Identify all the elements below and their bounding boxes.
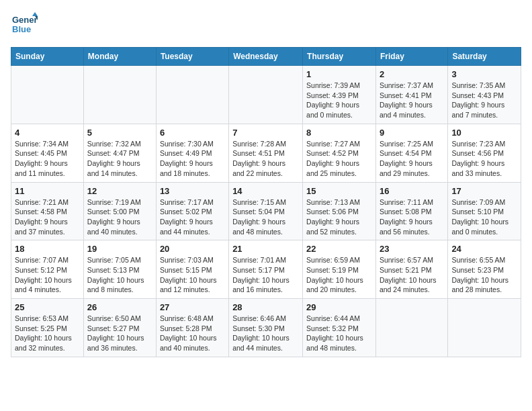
calendar-week-3: 11Sunrise: 7:21 AM Sunset: 4:58 PM Dayli… <box>11 182 521 240</box>
calendar-cell: 14Sunrise: 7:15 AM Sunset: 5:04 PM Dayli… <box>229 182 303 240</box>
day-number: 20 <box>160 244 225 254</box>
day-info: Sunrise: 6:46 AM Sunset: 5:30 PM Dayligh… <box>232 314 299 353</box>
day-info: Sunrise: 7:09 AM Sunset: 5:10 PM Dayligh… <box>451 197 517 237</box>
day-number: 16 <box>380 186 444 196</box>
day-number: 22 <box>306 244 372 254</box>
day-info: Sunrise: 7:28 AM Sunset: 4:51 PM Dayligh… <box>232 139 299 179</box>
day-number: 26 <box>87 302 152 312</box>
calendar-cell: 7Sunrise: 7:28 AM Sunset: 4:51 PM Daylig… <box>229 124 303 182</box>
day-number: 27 <box>160 302 225 312</box>
day-number: 21 <box>232 244 299 254</box>
day-number: 12 <box>87 186 152 196</box>
day-info: Sunrise: 7:25 AM Sunset: 4:54 PM Dayligh… <box>380 139 444 179</box>
calendar-table: SundayMondayTuesdayWednesdayThursdayFrid… <box>11 47 521 357</box>
calendar-cell <box>156 66 228 124</box>
calendar-cell: 21Sunrise: 7:01 AM Sunset: 5:17 PM Dayli… <box>229 240 303 299</box>
calendar-cell <box>375 299 447 357</box>
weekday-header-thursday: Thursday <box>303 48 376 66</box>
calendar-week-2: 4Sunrise: 7:34 AM Sunset: 4:45 PM Daylig… <box>11 124 521 182</box>
day-info: Sunrise: 7:30 AM Sunset: 4:49 PM Dayligh… <box>160 139 225 179</box>
calendar-cell: 6Sunrise: 7:30 AM Sunset: 4:49 PM Daylig… <box>156 124 228 182</box>
day-info: Sunrise: 6:57 AM Sunset: 5:21 PM Dayligh… <box>380 255 444 295</box>
weekday-header-monday: Monday <box>83 48 156 66</box>
day-info: Sunrise: 7:19 AM Sunset: 5:00 PM Dayligh… <box>87 197 152 237</box>
calendar-cell: 2Sunrise: 7:37 AM Sunset: 4:41 PM Daylig… <box>375 66 447 124</box>
calendar-cell: 10Sunrise: 7:23 AM Sunset: 4:56 PM Dayli… <box>448 124 521 182</box>
day-number: 14 <box>232 186 299 196</box>
day-info: Sunrise: 7:03 AM Sunset: 5:15 PM Dayligh… <box>160 255 225 295</box>
day-number: 2 <box>380 69 444 79</box>
calendar-week-1: 1Sunrise: 7:39 AM Sunset: 4:39 PM Daylig… <box>11 66 521 124</box>
calendar-cell: 24Sunrise: 6:55 AM Sunset: 5:23 PM Dayli… <box>448 240 521 299</box>
day-info: Sunrise: 6:55 AM Sunset: 5:23 PM Dayligh… <box>451 255 517 295</box>
day-number: 29 <box>306 302 372 312</box>
calendar-cell: 26Sunrise: 6:50 AM Sunset: 5:27 PM Dayli… <box>83 299 156 357</box>
day-info: Sunrise: 6:50 AM Sunset: 5:27 PM Dayligh… <box>87 314 152 353</box>
day-info: Sunrise: 7:23 AM Sunset: 4:56 PM Dayligh… <box>451 139 517 179</box>
calendar-cell: 19Sunrise: 7:05 AM Sunset: 5:13 PM Dayli… <box>83 240 156 299</box>
day-info: Sunrise: 7:21 AM Sunset: 4:58 PM Dayligh… <box>15 197 80 237</box>
calendar-cell: 12Sunrise: 7:19 AM Sunset: 5:00 PM Dayli… <box>83 182 156 240</box>
svg-text:General: General <box>12 15 38 25</box>
day-number: 25 <box>15 302 80 312</box>
day-info: Sunrise: 7:05 AM Sunset: 5:13 PM Dayligh… <box>87 255 152 295</box>
day-number: 11 <box>15 186 80 196</box>
calendar-week-5: 25Sunrise: 6:53 AM Sunset: 5:25 PM Dayli… <box>11 299 521 357</box>
svg-marker-2 <box>32 12 38 16</box>
calendar-cell: 29Sunrise: 6:44 AM Sunset: 5:32 PM Dayli… <box>303 299 376 357</box>
calendar-cell: 27Sunrise: 6:48 AM Sunset: 5:28 PM Dayli… <box>156 299 228 357</box>
calendar-cell: 18Sunrise: 7:07 AM Sunset: 5:12 PM Dayli… <box>11 240 84 299</box>
day-info: Sunrise: 7:17 AM Sunset: 5:02 PM Dayligh… <box>160 197 225 237</box>
calendar-cell <box>448 299 521 357</box>
day-number: 1 <box>306 69 372 79</box>
day-number: 10 <box>451 128 517 138</box>
calendar-week-4: 18Sunrise: 7:07 AM Sunset: 5:12 PM Dayli… <box>11 240 521 299</box>
day-info: Sunrise: 7:37 AM Sunset: 4:41 PM Dayligh… <box>380 81 444 120</box>
day-info: Sunrise: 7:27 AM Sunset: 4:52 PM Dayligh… <box>306 139 372 179</box>
day-info: Sunrise: 7:39 AM Sunset: 4:39 PM Dayligh… <box>306 81 372 120</box>
logo-icon: General Blue <box>11 11 38 38</box>
day-info: Sunrise: 7:15 AM Sunset: 5:04 PM Dayligh… <box>232 197 299 237</box>
weekday-header-tuesday: Tuesday <box>156 48 228 66</box>
calendar-cell: 13Sunrise: 7:17 AM Sunset: 5:02 PM Dayli… <box>156 182 228 240</box>
day-info: Sunrise: 6:53 AM Sunset: 5:25 PM Dayligh… <box>15 314 80 353</box>
calendar-cell <box>11 66 84 124</box>
day-info: Sunrise: 7:07 AM Sunset: 5:12 PM Dayligh… <box>15 255 80 295</box>
day-info: Sunrise: 7:34 AM Sunset: 4:45 PM Dayligh… <box>15 139 80 179</box>
calendar-cell: 3Sunrise: 7:35 AM Sunset: 4:43 PM Daylig… <box>448 66 521 124</box>
calendar-cell: 15Sunrise: 7:13 AM Sunset: 5:06 PM Dayli… <box>303 182 376 240</box>
calendar-cell <box>229 66 303 124</box>
day-number: 23 <box>380 244 444 254</box>
calendar-cell: 23Sunrise: 6:57 AM Sunset: 5:21 PM Dayli… <box>375 240 447 299</box>
calendar-cell: 20Sunrise: 7:03 AM Sunset: 5:15 PM Dayli… <box>156 240 228 299</box>
calendar-cell: 17Sunrise: 7:09 AM Sunset: 5:10 PM Dayli… <box>448 182 521 240</box>
calendar-cell: 22Sunrise: 6:59 AM Sunset: 5:19 PM Dayli… <box>303 240 376 299</box>
calendar-cell: 25Sunrise: 6:53 AM Sunset: 5:25 PM Dayli… <box>11 299 84 357</box>
day-info: Sunrise: 7:01 AM Sunset: 5:17 PM Dayligh… <box>232 255 299 295</box>
calendar-cell <box>83 66 156 124</box>
day-info: Sunrise: 7:35 AM Sunset: 4:43 PM Dayligh… <box>451 81 517 120</box>
day-info: Sunrise: 6:59 AM Sunset: 5:19 PM Dayligh… <box>306 255 372 295</box>
weekday-header-wednesday: Wednesday <box>229 48 303 66</box>
calendar-cell: 1Sunrise: 7:39 AM Sunset: 4:39 PM Daylig… <box>303 66 376 124</box>
day-number: 9 <box>380 128 444 138</box>
svg-text:Blue: Blue <box>12 24 31 34</box>
day-number: 4 <box>15 128 80 138</box>
day-number: 17 <box>451 186 517 196</box>
calendar-cell: 11Sunrise: 7:21 AM Sunset: 4:58 PM Dayli… <box>11 182 84 240</box>
day-number: 28 <box>232 302 299 312</box>
weekday-header-friday: Friday <box>375 48 447 66</box>
calendar-cell: 9Sunrise: 7:25 AM Sunset: 4:54 PM Daylig… <box>375 124 447 182</box>
day-number: 3 <box>451 69 517 79</box>
day-number: 19 <box>87 244 152 254</box>
weekday-header-saturday: Saturday <box>448 48 521 66</box>
day-number: 8 <box>306 128 372 138</box>
calendar-cell: 4Sunrise: 7:34 AM Sunset: 4:45 PM Daylig… <box>11 124 84 182</box>
calendar-cell: 5Sunrise: 7:32 AM Sunset: 4:47 PM Daylig… <box>83 124 156 182</box>
day-number: 6 <box>160 128 225 138</box>
day-info: Sunrise: 7:32 AM Sunset: 4:47 PM Dayligh… <box>87 139 152 179</box>
calendar-cell: 8Sunrise: 7:27 AM Sunset: 4:52 PM Daylig… <box>303 124 376 182</box>
calendar-cell: 16Sunrise: 7:11 AM Sunset: 5:08 PM Dayli… <box>375 182 447 240</box>
day-number: 13 <box>160 186 225 196</box>
day-info: Sunrise: 7:13 AM Sunset: 5:06 PM Dayligh… <box>306 197 372 237</box>
